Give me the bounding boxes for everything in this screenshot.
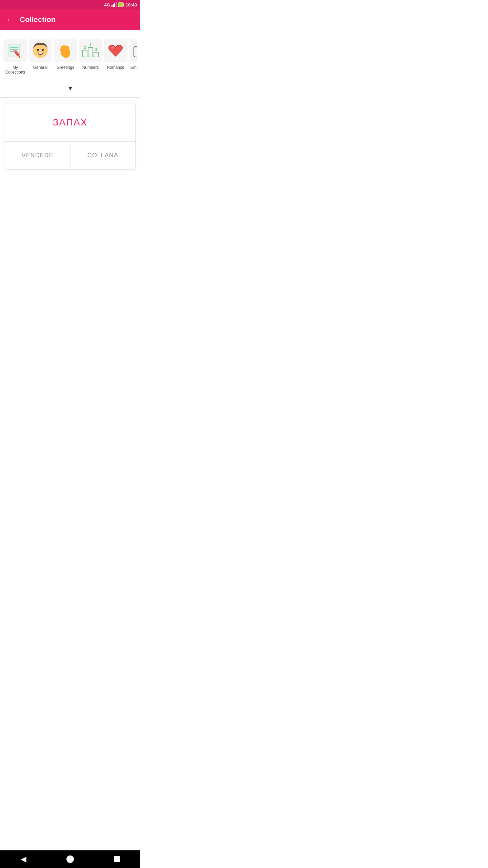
greetings-icon [54, 39, 77, 62]
signal-icon [111, 2, 117, 7]
card-translations: VENDERE COLLANA [5, 142, 135, 169]
svg-rect-23 [83, 50, 87, 57]
translation-left[interactable]: VENDERE [5, 142, 70, 169]
svg-rect-3 [116, 2, 117, 7]
svg-point-20 [38, 52, 39, 53]
svg-text:3: 3 [95, 47, 97, 52]
expand-row[interactable]: ▾ [0, 80, 140, 97]
svg-rect-30 [134, 47, 137, 57]
general-icon [28, 39, 52, 62]
status-bar: 4G ⚡ 10:43 [0, 0, 140, 9]
svg-point-19 [37, 52, 38, 53]
flashcard-section: ЗАПАХ VENDERE COLLANA [0, 98, 140, 175]
chevron-down-icon[interactable]: ▾ [68, 84, 72, 93]
category-item-greetings[interactable]: Greetings [54, 37, 77, 77]
svg-rect-1 [113, 4, 114, 7]
svg-text:⚡: ⚡ [120, 3, 124, 7]
svg-rect-25 [88, 47, 93, 57]
main-word: ЗАПАХ [53, 117, 88, 127]
translation-right[interactable]: COLLANA [70, 142, 136, 169]
status-icons: 4G ⚡ 10:43 [104, 2, 137, 7]
numbers-icon: 2 1 3 [79, 39, 102, 62]
category-label-general: General [33, 65, 48, 70]
svg-text:1: 1 [89, 43, 92, 47]
battery-icon: ⚡ [118, 2, 124, 7]
back-button[interactable]: ← [6, 15, 14, 24]
svg-rect-2 [114, 3, 115, 7]
svg-point-22 [43, 52, 44, 53]
category-scroll: My Collections [3, 37, 137, 77]
romance-icon [104, 39, 127, 62]
my-collections-icon [3, 39, 27, 62]
page-title: Collection [20, 15, 56, 24]
category-label-my-collections: My Collections [5, 65, 26, 75]
category-label-romance: Romance [107, 65, 124, 70]
svg-point-18 [42, 49, 44, 51]
category-label-greetings: Greetings [57, 65, 74, 70]
category-item-emergency[interactable]: Emergency [129, 37, 137, 77]
category-item-general[interactable]: General [28, 37, 52, 77]
emergency-icon [129, 39, 137, 62]
category-label-numbers: Numbers [82, 65, 99, 70]
app-header: ← Collection [0, 9, 140, 30]
svg-text:2: 2 [84, 45, 86, 50]
category-section: My Collections [0, 30, 140, 80]
category-item-romance[interactable]: Romance [104, 37, 127, 77]
time-display: 10:43 [126, 2, 137, 7]
category-item-my-collections[interactable]: My Collections [3, 37, 27, 77]
flashcard[interactable]: ЗАПАХ VENDERE COLLANA [5, 103, 136, 170]
card-word-area: ЗАПАХ [5, 103, 135, 142]
category-item-numbers[interactable]: 2 1 3 Numbers [79, 37, 102, 77]
svg-rect-27 [94, 52, 98, 57]
svg-rect-0 [111, 5, 113, 7]
svg-point-21 [42, 52, 43, 53]
category-label-emergency: Emergency [130, 65, 137, 70]
svg-point-17 [37, 49, 39, 51]
signal-indicator: 4G [104, 2, 110, 7]
